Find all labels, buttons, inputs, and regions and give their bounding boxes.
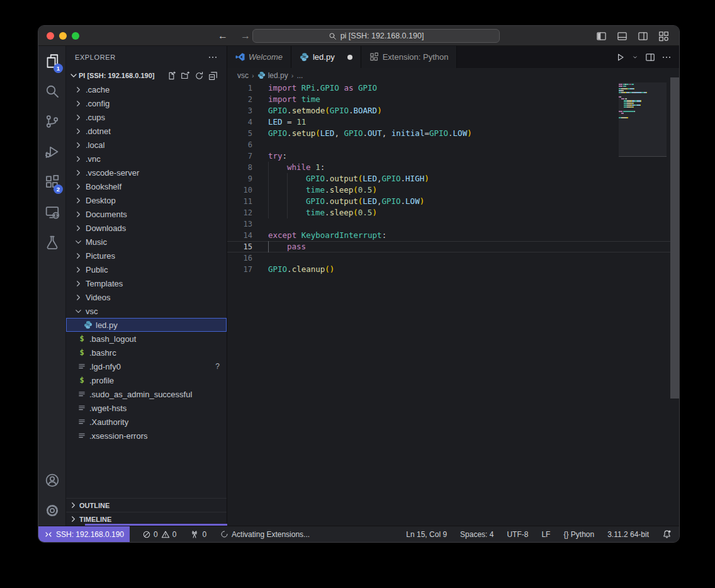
tree-item--sudo-as-admin-successful[interactable]: .sudo_as_admin_successful <box>66 387 227 401</box>
tree-item--cups[interactable]: .cups <box>66 110 227 124</box>
activating-extensions-status[interactable]: Activating Extensions... <box>219 530 311 539</box>
editor-scrollbar[interactable] <box>670 77 679 399</box>
tree-item-documents[interactable]: Documents <box>66 207 227 221</box>
breadcrumb-item[interactable]: ... <box>296 71 303 80</box>
zoom-button[interactable] <box>72 32 79 40</box>
tab-extension-python[interactable]: Extension: Python <box>361 46 458 68</box>
toggle-panel-button[interactable] <box>615 29 629 43</box>
tab-welcome[interactable]: Welcome <box>227 46 291 68</box>
tree-item-vsc[interactable]: vsc <box>66 304 227 318</box>
code-line-3[interactable]: 3GPIO.setmode(GPIO.BOARD) <box>227 105 679 116</box>
tree-item--vscode-server[interactable]: .vscode-server <box>66 166 227 179</box>
code-line-2[interactable]: 2import time <box>227 94 679 105</box>
status-utf-8[interactable]: UTF-8 <box>505 530 529 539</box>
problems-indicator[interactable]: 0 0 <box>141 530 177 539</box>
code-line-9[interactable]: 9GPIO.output(LED,GPIO.HIGH) <box>227 173 679 184</box>
tree-item--bashrc[interactable]: $.bashrc <box>66 346 227 359</box>
tree-item--local[interactable]: .local <box>66 138 227 152</box>
tree-item--config[interactable]: .config <box>66 96 227 110</box>
code-line-5[interactable]: 5GPIO.setup(LED, GPIO.OUT, initial=GPIO.… <box>227 128 679 139</box>
toggle-sidebar-button[interactable] <box>594 29 608 43</box>
tree-item-led-py[interactable]: led.py <box>66 318 227 332</box>
activity-testing[interactable] <box>38 227 65 257</box>
minimize-button[interactable] <box>59 32 67 40</box>
minimap-slider[interactable] <box>619 82 667 157</box>
code-line-15[interactable]: 15pass <box>227 241 679 252</box>
code-line-11[interactable]: 11GPIO.output(LED,GPIO.LOW) <box>227 196 679 207</box>
tree-item-desktop[interactable]: Desktop <box>66 193 227 207</box>
tree-item--lgd-nfy0[interactable]: .lgd-nfy0? <box>66 359 227 373</box>
tree-item--cache[interactable]: .cache <box>66 82 227 96</box>
dirty-indicator <box>347 55 352 60</box>
tree-item-pictures[interactable]: Pictures <box>66 249 227 263</box>
back-icon[interactable]: ← <box>216 29 230 43</box>
close-button[interactable] <box>47 32 54 40</box>
status--python[interactable]: {} Python <box>562 530 595 539</box>
activity-settings[interactable] <box>38 495 65 526</box>
activity-run-debug[interactable] <box>38 137 65 167</box>
activity-remote-explorer[interactable] <box>38 197 65 227</box>
code-editor[interactable]: 1import RPi.GPIO as GPIO2import time3GPI… <box>227 82 679 526</box>
code-line-16[interactable]: 16 <box>227 252 679 264</box>
tree-item--profile[interactable]: $.profile <box>66 373 227 387</box>
customize-layout-button[interactable] <box>656 29 670 43</box>
activity-accounts[interactable] <box>38 465 65 495</box>
tree-item-music[interactable]: Music <box>66 235 227 249</box>
code-line-13[interactable]: 13 <box>227 218 679 230</box>
status-lf[interactable]: LF <box>540 530 551 539</box>
split-editor-button[interactable] <box>645 52 655 62</box>
tree-item--vnc[interactable]: .vnc <box>66 152 227 166</box>
command-center-search[interactable]: pi [SSH: 192.168.0.190] <box>252 29 500 43</box>
tree-item-downloads[interactable]: Downloads <box>66 221 227 235</box>
collapse-all-button[interactable] <box>207 70 219 82</box>
activity-extensions[interactable]: 2 <box>38 167 65 197</box>
minimap[interactable] <box>619 82 667 526</box>
remote-icon <box>44 530 53 539</box>
tree-item--dotnet[interactable]: .dotnet <box>66 124 227 138</box>
activity-explorer[interactable]: 1 <box>38 46 65 76</box>
refresh-button[interactable] <box>193 70 205 82</box>
forward-icon[interactable]: → <box>239 29 252 43</box>
more-actions-icon[interactable] <box>208 52 218 62</box>
code-line-4[interactable]: 4LED = 11 <box>227 116 679 128</box>
code-line-6[interactable]: 6 <box>227 139 679 150</box>
ports-indicator[interactable]: 0 <box>189 530 208 539</box>
run-dropdown-icon[interactable] <box>631 54 639 61</box>
code-line-7[interactable]: 7try: <box>227 150 679 162</box>
tree-item--wget-hsts[interactable]: .wget-hsts <box>66 401 227 415</box>
new-file-button[interactable] <box>166 70 177 82</box>
activity-source-control[interactable] <box>38 106 65 137</box>
toggle-secondary-sidebar-button[interactable] <box>636 29 650 43</box>
code-line-10[interactable]: 10time.sleep(0.5) <box>227 184 679 196</box>
activity-search[interactable] <box>38 76 65 106</box>
remote-indicator[interactable]: SSH: 192.168.0.190 <box>38 526 130 542</box>
breadcrumb-item[interactable]: vsc <box>237 71 249 80</box>
explorer-section-header[interactable]: PI [SSH: 192.168.0.190] <box>66 69 227 82</box>
tree-item--xsession-errors[interactable]: .xsession-errors <box>66 429 227 443</box>
code-line-17[interactable]: 17GPIO.cleanup() <box>227 264 679 275</box>
tree-item-bookshelf[interactable]: Bookshelf <box>66 179 227 193</box>
outline-section[interactable]: OUTLINE <box>66 498 227 512</box>
status-ln-15-col-9[interactable]: Ln 15, Col 9 <box>405 530 448 539</box>
code-line-12[interactable]: 12time.sleep(0.5) <box>227 207 679 218</box>
code-line-8[interactable]: 8while 1: <box>227 162 679 173</box>
tree-item-videos[interactable]: Videos <box>66 290 227 304</box>
tree-item-templates[interactable]: Templates <box>66 276 227 290</box>
indent-guide <box>268 162 269 173</box>
minimap-line <box>619 86 626 87</box>
breadcrumb-item[interactable]: led.py <box>257 71 288 80</box>
tab-led-py[interactable]: led.py <box>291 46 361 68</box>
chevron-right-icon <box>73 113 83 122</box>
editor-more-actions[interactable] <box>662 52 672 62</box>
code-line-14[interactable]: 14except KeyboardInterrupt: <box>227 230 679 241</box>
run-python-button[interactable] <box>615 52 625 62</box>
status-3-11-2-64-bit[interactable]: 3.11.2 64-bit <box>606 530 650 539</box>
status-spaces-4[interactable]: Spaces: 4 <box>459 530 495 539</box>
tree-item--bash-logout[interactable]: $.bash_logout <box>66 332 227 346</box>
tab-bar: Welcomeled.pyExtension: Python <box>227 46 679 68</box>
tree-item--xauthority[interactable]: .Xauthority <box>66 415 227 429</box>
tree-item-public[interactable]: Public <box>66 263 227 276</box>
notifications-bell-icon[interactable] <box>661 529 673 539</box>
new-folder-button[interactable] <box>179 70 191 82</box>
code-line-1[interactable]: 1import RPi.GPIO as GPIO <box>227 82 679 94</box>
